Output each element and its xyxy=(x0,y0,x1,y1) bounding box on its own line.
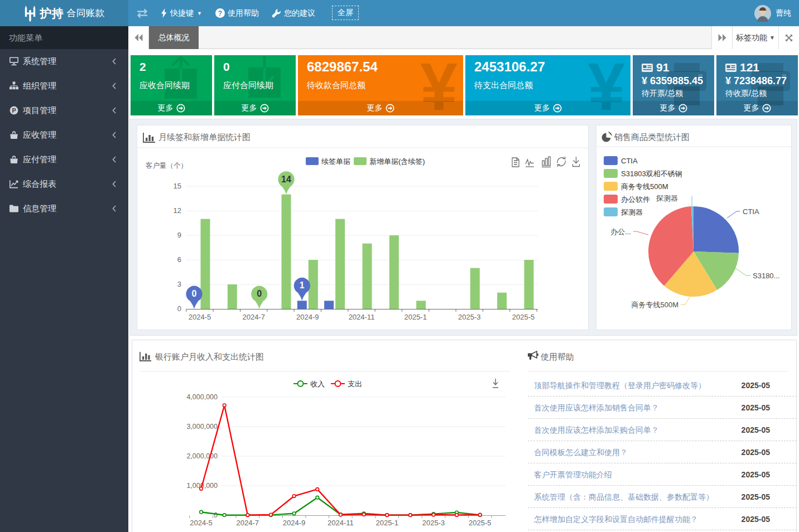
svg-text:2024-11: 2024-11 xyxy=(349,313,375,321)
svg-text:2024-7: 2024-7 xyxy=(237,519,259,527)
svg-text:新增单据(含续签): 新增单据(含续签) xyxy=(369,157,425,166)
svg-text:办公软件: 办公软件 xyxy=(621,195,650,204)
svg-text:2025-1: 2025-1 xyxy=(376,519,398,527)
svg-text:商务专线500M: 商务专线500M xyxy=(621,182,668,191)
svg-text:2024-5: 2024-5 xyxy=(189,313,211,321)
svg-text:14: 14 xyxy=(281,175,291,184)
svg-text:支出: 支出 xyxy=(348,380,362,388)
svg-text:?: ? xyxy=(218,9,222,17)
svg-text:0: 0 xyxy=(192,289,197,298)
svg-text:2025-5: 2025-5 xyxy=(469,519,491,527)
svg-text:续签单据: 续签单据 xyxy=(321,157,350,166)
svg-text:收入: 收入 xyxy=(310,380,325,388)
svg-text:CTIA: CTIA xyxy=(621,157,638,165)
svg-text:9: 9 xyxy=(177,231,181,239)
svg-text:0: 0 xyxy=(177,304,181,313)
svg-text:3,000,000: 3,000,000 xyxy=(186,423,218,431)
svg-text:6: 6 xyxy=(177,255,181,264)
svg-text:S3180...: S3180... xyxy=(753,272,779,280)
svg-text:探测器: 探测器 xyxy=(620,208,643,216)
svg-text:12: 12 xyxy=(174,206,181,215)
svg-text:2024-5: 2024-5 xyxy=(190,519,212,527)
svg-text:0: 0 xyxy=(257,289,262,298)
svg-text:办公...: 办公... xyxy=(610,228,631,236)
svg-text:3: 3 xyxy=(177,280,181,288)
svg-text:15: 15 xyxy=(174,182,181,190)
svg-text:2024-11: 2024-11 xyxy=(328,519,354,527)
svg-text:S31803双相不锈钢: S31803双相不锈钢 xyxy=(621,170,682,178)
svg-text:CTIA: CTIA xyxy=(743,207,759,216)
svg-text:2024-9: 2024-9 xyxy=(283,519,305,527)
svg-text:月续签和新增单据统计图: 月续签和新增单据统计图 xyxy=(158,132,251,142)
svg-text:1: 1 xyxy=(300,280,305,290)
svg-text:0: 0 xyxy=(214,511,218,519)
svg-text:使用帮助: 使用帮助 xyxy=(540,352,574,361)
svg-text:销售商品类型统计图: 销售商品类型统计图 xyxy=(614,132,690,142)
svg-text:2024-7: 2024-7 xyxy=(242,313,264,321)
svg-text:2,000,000: 2,000,000 xyxy=(186,452,218,460)
svg-text:P: P xyxy=(12,107,16,114)
svg-text:4,000,000: 4,000,000 xyxy=(186,393,218,401)
svg-text:2025-3: 2025-3 xyxy=(458,313,480,321)
svg-text:2025-3: 2025-3 xyxy=(422,519,445,527)
svg-text:银行账户月收入和支出统计图: 银行账户月收入和支出统计图 xyxy=(155,352,264,361)
svg-text:2025-5: 2025-5 xyxy=(512,313,535,321)
svg-text:2024-9: 2024-9 xyxy=(296,313,319,321)
svg-text:2025-1: 2025-1 xyxy=(404,313,426,321)
svg-text:商务专线500M: 商务专线500M xyxy=(631,301,678,309)
svg-text:探测器: 探测器 xyxy=(656,194,678,202)
svg-text:客户量（个）: 客户量（个） xyxy=(146,162,187,170)
